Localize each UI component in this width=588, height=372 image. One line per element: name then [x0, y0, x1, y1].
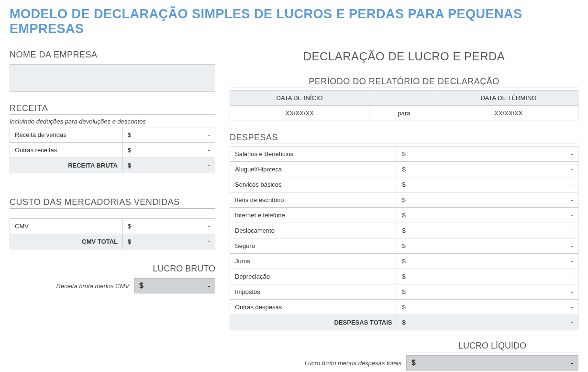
table-row: Juros$- [230, 254, 578, 269]
currency-symbol: $ [397, 238, 410, 254]
currency-symbol: $ [397, 284, 410, 300]
gross-profit-value: - [144, 282, 210, 290]
period-end-label: DATA DE TÉRMINO [439, 90, 578, 106]
row-value[interactable]: - [410, 192, 578, 208]
revenue-title: RECEITA [10, 103, 215, 115]
gross-profit-value-box[interactable]: $ - [134, 278, 215, 293]
row-label: CMV [10, 219, 123, 234]
expenses-table: Salários e Benefícios$-Aluguel/Hipoteca$… [230, 146, 578, 330]
gross-profit-desc: Receita bruta menos CMV [10, 282, 129, 290]
currency-symbol: $ [122, 127, 136, 143]
net-profit-value: - [416, 359, 573, 367]
row-value[interactable]: - [410, 269, 578, 284]
row-label: Itens de escritório [230, 192, 397, 208]
revenue-subtitle: Incluindo deduções para devoluções e des… [10, 118, 215, 125]
row-label: Internet e telefone [230, 208, 397, 223]
table-row: Outras receitas$- [10, 143, 215, 158]
table-row: Depreciação$- [230, 269, 578, 284]
currency-symbol: $ [122, 219, 136, 234]
expenses-title: DESPESAS [230, 133, 578, 144]
expenses-total-label: DESPESAS TOTAIS [230, 315, 397, 330]
currency-symbol: $ [397, 177, 410, 192]
period-end-value[interactable]: XX/XX/XX [439, 106, 578, 121]
row-label: Aluguel/Hipoteca [230, 162, 397, 177]
currency-symbol: $ [397, 254, 410, 269]
company-label: NOME DA EMPRESA [10, 50, 215, 61]
row-label: Serviços básicos [230, 177, 397, 192]
period-start-value[interactable]: XX/XX/XX [230, 106, 369, 121]
currency-symbol: $ [397, 208, 410, 223]
period-separator: para [369, 106, 439, 121]
revenue-total-value[interactable]: - [136, 158, 215, 173]
currency-symbol: $ [122, 234, 136, 249]
row-label: Impostos [230, 284, 397, 300]
row-value[interactable]: - [410, 238, 578, 254]
period-label: PERÍODO DO RELATÓRIO DE DECLARAÇÃO [230, 77, 578, 88]
currency-symbol: $ [397, 300, 410, 315]
currency-symbol: $ [122, 158, 136, 173]
table-row: Serviços básicos$- [230, 177, 578, 192]
period-start-label: DATA DE INÍCIO [230, 90, 369, 106]
revenue-total-label: RECEITA BRUTA [10, 158, 123, 173]
row-label: Outras receitas [10, 143, 123, 158]
table-row: CMV$- [10, 219, 215, 234]
row-label: Depreciação [230, 269, 397, 284]
table-row: Deslocamento$- [230, 223, 578, 238]
cogs-total-row: CMV TOTAL $ - [10, 234, 215, 249]
row-value[interactable]: - [410, 147, 578, 162]
row-label: Seguro [230, 238, 397, 254]
row-value[interactable]: - [410, 177, 578, 192]
currency-symbol: $ [397, 192, 410, 208]
row-label: Outras despesas [230, 300, 397, 315]
cogs-total-label: CMV TOTAL [10, 234, 123, 249]
currency-symbol: $ [139, 282, 144, 290]
currency-symbol: $ [397, 147, 410, 162]
gross-profit-title: LUCRO BRUTO [10, 264, 215, 275]
table-row: Aluguel/Hipoteca$- [230, 162, 578, 177]
currency-symbol: $ [397, 315, 410, 330]
table-row: Itens de escritório$- [230, 192, 578, 208]
row-label: Juros [230, 254, 397, 269]
expenses-total-value[interactable]: - [410, 315, 578, 330]
cogs-title: CUSTO DAS MERCADORIAS VENDIDAS [10, 197, 215, 209]
document-title: DECLARAÇÃO DE LUCRO E PERDA [230, 50, 578, 63]
row-value[interactable]: - [136, 219, 215, 234]
row-value[interactable]: - [410, 254, 578, 269]
row-value[interactable]: - [410, 300, 578, 315]
table-row: Outras despesas$- [230, 300, 578, 315]
main-title: MODELO DE DECLARAÇÃO SIMPLES DE LUCROS E… [10, 7, 578, 36]
row-label: Salários e Benefícios [230, 147, 397, 162]
cogs-table: CMV$- CMV TOTAL $ - [10, 218, 215, 249]
currency-symbol: $ [397, 269, 410, 284]
table-row: Salários e Benefícios$- [230, 147, 578, 162]
row-value[interactable]: - [136, 127, 215, 143]
currency-symbol: $ [411, 359, 416, 367]
revenue-table: Receita de vendas$-Outras receitas$- REC… [10, 127, 215, 173]
row-label: Receita de vendas [10, 127, 123, 143]
row-value[interactable]: - [410, 223, 578, 238]
currency-symbol: $ [397, 162, 410, 177]
period-table: DATA DE INÍCIO DATA DE TÉRMINO XX/XX/XX … [230, 90, 578, 121]
expenses-total-row: DESPESAS TOTAIS $ - [230, 315, 578, 330]
row-value[interactable]: - [410, 208, 578, 223]
row-value[interactable]: - [136, 143, 215, 158]
net-profit-title: LUCRO LÍQUIDO [406, 341, 578, 352]
table-row: Seguro$- [230, 238, 578, 254]
currency-symbol: $ [397, 223, 410, 238]
row-label: Deslocamento [230, 223, 397, 238]
period-separator-header [369, 90, 439, 106]
table-row: Internet e telefone$- [230, 208, 578, 223]
currency-symbol: $ [122, 143, 136, 158]
net-profit-desc: Lucro bruto menos despesas totais [305, 360, 401, 367]
row-value[interactable]: - [410, 284, 578, 300]
table-row: Impostos$- [230, 284, 578, 300]
company-name-input[interactable] [10, 64, 215, 92]
net-profit-value-box[interactable]: $ - [406, 355, 578, 371]
cogs-total-value[interactable]: - [136, 234, 215, 249]
revenue-total-row: RECEITA BRUTA $ - [10, 158, 215, 173]
table-row: Receita de vendas$- [10, 127, 215, 143]
row-value[interactable]: - [410, 162, 578, 177]
